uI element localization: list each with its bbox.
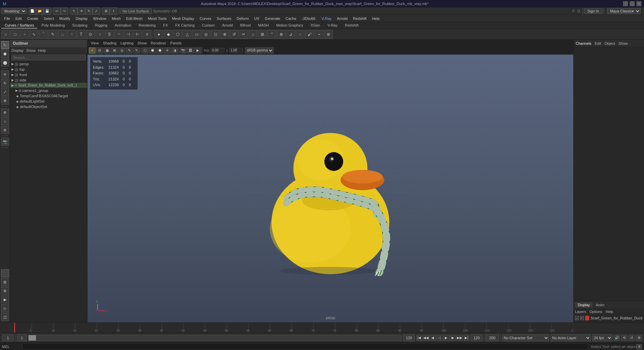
loop-btn[interactable]: ↺ [629,335,635,341]
vp-menu-shading[interactable]: Shading [101,41,118,45]
sync-btn[interactable]: ⟲ [621,335,627,341]
render2-btn[interactable]: ▷ [1,304,9,312]
tree-item-camera1-group[interactable]: ▶ ⊡ camera1_group [10,88,87,93]
tab-poly-modeling[interactable]: Poly Modeling [38,23,68,29]
shelf-icon-reverse[interactable]: ↕ [96,30,104,39]
shelf-icon-detach[interactable]: ⊣ [124,30,133,39]
shelf-icon-loft[interactable]: ⌸ [211,30,220,39]
move-tool[interactable]: ✛ [1,70,9,78]
tree-item-persp[interactable]: ▶ 🎥 persp [10,61,87,67]
anim-end-input[interactable] [471,335,482,341]
menu-arnold[interactable]: Arnold [334,16,350,21]
paint-sel-tool[interactable]: ⬤ [1,59,9,67]
play-fwd-btn[interactable]: ▶ [443,335,449,341]
play-back-btn[interactable]: ◁ [436,335,442,341]
menu-help[interactable]: Help [369,16,382,21]
menu-file[interactable]: File [1,16,13,21]
vp-image-btn[interactable]: 🖼 [187,47,194,54]
new-scene-btn[interactable]: 📄 [29,7,36,15]
menu-mesh[interactable]: Mesh [109,16,123,21]
timeline-canvas[interactable] [10,323,573,332]
outliner-help[interactable]: Help [38,48,46,53]
vp-btn2[interactable]: ⊟ [96,47,103,54]
vp-render2-btn[interactable]: ▶ [194,47,201,54]
shelf-icon-attach[interactable]: ⊢ [133,30,142,39]
prev-frame-btn[interactable]: ◀ [430,335,436,341]
shelf-icon-text[interactable]: T [77,30,85,39]
layer-visibility-btn[interactable]: V [575,316,579,320]
shelf-icon-intersect[interactable]: ∩ [296,30,305,39]
tab-motion-graphics[interactable]: Motion Graphics [273,23,307,29]
menu-deform[interactable]: Deform [234,16,251,21]
tab-curves-surfaces[interactable]: Curves / Surfaces [1,23,37,29]
tab-object[interactable]: Object [604,41,615,45]
select-tool[interactable]: ↖ [1,41,9,49]
menu-mesh-display[interactable]: Mesh Display [169,16,197,21]
menu-vray[interactable]: V-Ray [319,16,334,21]
exposure-input[interactable] [211,48,224,53]
scale-tool-btn[interactable]: ⤢ [93,7,100,15]
vp-btn4[interactable]: ⊠ [111,47,118,54]
shelf-icon-extrude[interactable]: ⊕ [220,30,229,39]
menu-surfaces[interactable]: Surfaces [214,16,234,21]
shelf-icon-fillet[interactable]: ⌔ [114,30,123,39]
vp-btn3[interactable]: ▦ [104,47,110,54]
tab-fx-caching[interactable]: FX Caching [172,23,198,29]
soft-mod-tool[interactable]: ⊚ [1,108,9,116]
save-scene-btn[interactable]: 💾 [43,7,51,15]
outliner-display[interactable]: Display [11,48,24,53]
tree-item-scarf-root[interactable]: ▶ ✦ Scarf_Green_for_Rubber_Duck_ncl1_1 [10,83,87,88]
no-anim-layer-select[interactable]: No Anim Layer [550,335,591,341]
shelf-icon-stitch[interactable]: ⌃ [267,30,276,39]
tab-channels[interactable]: Channels [576,41,591,45]
range-end-input[interactable] [403,335,415,341]
undo-btn[interactable]: ↩ [53,7,61,15]
next-key-btn[interactable]: ▶▶ [457,335,463,341]
sculpt-tool[interactable]: ⌂ [1,117,9,125]
menu-generate[interactable]: Generate [262,16,283,21]
maximize-button[interactable]: □ [630,1,635,6]
shelf-icon-helix[interactable]: ⍨ [67,30,76,39]
shelf-icon-offset[interactable]: ⊙ [86,30,95,39]
vp-btn5[interactable]: ◎ [118,47,125,54]
pan-zoom-btn[interactable]: ⊕ [1,287,9,295]
tab-custom[interactable]: Custom [199,23,218,29]
shelf-icon-cube[interactable]: ◆ [164,30,173,39]
layers-menu-help[interactable]: Help [606,310,613,314]
shelf-icon-arc[interactable]: ⌓ [58,30,67,39]
tree-item-tempcam[interactable]: ◈ TempCamFBXASC046Target [10,93,87,99]
tab-fx[interactable]: FX [160,23,171,29]
tab-mash[interactable]: MASH [255,23,272,29]
shelf-icon-paint[interactable]: 🖌 [305,30,314,39]
vp-smooth-btn[interactable]: ⬢ [149,47,156,54]
tab-animation[interactable]: Animation [111,23,135,29]
tab-show[interactable]: Show [618,41,628,45]
redo-btn[interactable]: ↪ [61,7,68,15]
menu-uv[interactable]: UV [252,16,262,21]
anim-tab[interactable]: Anim [593,302,607,308]
jump-end-btn[interactable]: ▶| [463,335,469,341]
menu-edit-mesh[interactable]: Edit Mesh [123,16,145,21]
vp-menu-renderer[interactable]: Renderer [149,41,168,45]
viewport-canvas[interactable]: Verts: 10668 0 0 Edges: 21324 0 0 Faces:… [87,55,573,322]
current-frame-input[interactable] [2,335,14,341]
gamma-input[interactable] [229,48,243,53]
vp-menu-panels[interactable]: Panels [168,41,184,45]
rotate-tool[interactable]: ↻ [1,79,9,87]
open-scene-btn[interactable]: 📂 [36,7,43,15]
menu-edit[interactable]: Edit [13,16,25,21]
menu-modify[interactable]: Modify [57,16,73,21]
universal-manip[interactable]: ⊕ [1,97,9,105]
shelf-icon-bevel[interactable]: ⌂ [249,30,257,39]
vp-toggle-btn[interactable]: ✔ [89,47,96,54]
tab-sculpting[interactable]: Sculpting [69,23,91,29]
menu-curves[interactable]: Curves [197,16,214,21]
tree-item-top[interactable]: ▶ 🎥 top [10,67,87,72]
jump-start-btn[interactable]: |◀ [416,335,422,341]
shelf-icon-bezier[interactable]: ⌒ [39,30,48,39]
vp-menu-lighting[interactable]: Lighting [118,41,136,45]
prev-key-btn[interactable]: ◀◀ [423,335,429,341]
camera-tool[interactable]: 📷 [1,138,9,146]
menu-create[interactable]: Create [25,16,41,21]
shelf-icon-birail[interactable]: ⊞ [258,30,267,39]
